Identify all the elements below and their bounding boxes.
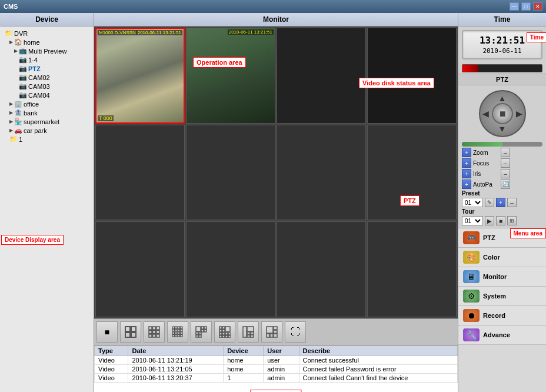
focus-minus-btn[interactable]: – — [501, 158, 510, 168]
tree-item-1[interactable]: 📁 1 — [7, 135, 91, 144]
tree-arrow-bank: ▶ — [9, 110, 13, 115]
maximize-button[interactable]: □ — [521, 2, 531, 11]
video-cell-6[interactable] — [186, 125, 275, 221]
svg-rect-3 — [131, 333, 136, 337]
iris-minus-btn[interactable]: – — [501, 169, 510, 178]
log-col-type: Type — [95, 346, 128, 356]
tree-icon-office: 🏢 — [14, 100, 22, 108]
zoom-minus-btn[interactable]: – — [501, 148, 510, 157]
video-cell-11[interactable] — [277, 221, 366, 317]
auto-icon-btn[interactable]: 🔄 — [501, 180, 510, 189]
tree-item-office[interactable]: ▶ 🏢 office — [7, 99, 91, 108]
time-value: 13:21:51 — [467, 35, 538, 46]
svg-rect-38 — [219, 327, 222, 329]
svg-rect-46 — [228, 333, 231, 335]
menu-item-record[interactable]: ⏺ Record — [458, 306, 546, 325]
close-button[interactable]: ✕ — [533, 2, 542, 11]
preset-add-btn[interactable]: + — [496, 198, 505, 207]
log-row2-user: admin — [264, 365, 299, 374]
svg-rect-16 — [181, 327, 183, 329]
preset-select[interactable]: 01 — [462, 198, 483, 207]
tree-item-supermarket[interactable]: ▶ 🏪 supermarket — [7, 117, 91, 126]
toolbar-16cell-btn[interactable] — [167, 321, 188, 343]
joystick-stop-btn[interactable]: ⏹ — [492, 103, 513, 124]
preset-del-btn[interactable]: – — [507, 198, 517, 207]
toolbar-custom4-btn[interactable] — [261, 321, 282, 343]
tree-item-carpark[interactable]: ▶ 🚗 car park — [7, 126, 91, 135]
video-cell-7[interactable] — [277, 125, 366, 221]
ptz-section-label: PTZ — [458, 74, 546, 85]
tree-item-cam03[interactable]: 📷 CAM03 — [16, 82, 91, 91]
joystick-outer[interactable]: ▲ ▼ ◀ ▶ ⏹ — [479, 90, 526, 137]
tree-icon-cam02: 📷 — [19, 74, 27, 81]
menu-item-monitor[interactable]: 🖥 Monitor — [458, 267, 546, 287]
toolbar-custom1-btn[interactable] — [191, 321, 212, 343]
preset-edit-btn[interactable]: ✎ — [485, 198, 494, 207]
tree-label-office: office — [24, 101, 39, 108]
tree-label-home: home — [24, 39, 40, 46]
svg-rect-1 — [131, 327, 136, 331]
video-cell-5[interactable] — [95, 125, 185, 221]
tree-icon-1-4: 📷 — [19, 56, 27, 64]
svg-rect-14 — [175, 327, 178, 329]
tour-stop-btn[interactable]: ■ — [496, 216, 505, 225]
svg-rect-41 — [219, 330, 222, 332]
svg-rect-22 — [175, 332, 178, 334]
tree-item-cam02[interactable]: 📷 CAM02 — [16, 73, 91, 82]
minimize-button[interactable]: — — [510, 2, 519, 11]
video-cell-1[interactable]: M1000 D-VNSSN 2010-06-11 13:21:51 T 000 — [95, 28, 185, 124]
ptz-auto-row: + AutoPa 🔄 — [462, 180, 542, 189]
tour-grid-btn[interactable]: ⊞ — [507, 216, 517, 225]
ptz-left-arrow[interactable]: ◀ — [482, 109, 489, 118]
toolbar-9cell-btn[interactable] — [144, 321, 165, 343]
ptz-speed-slider[interactable] — [462, 142, 542, 147]
iris-plus-btn[interactable]: + — [462, 169, 471, 178]
tour-select[interactable]: 01 — [462, 216, 483, 225]
video-cell-2[interactable]: 2010-06-11 13:21:51 — [186, 28, 275, 124]
tree-arrow-office: ▶ — [9, 101, 13, 107]
tree-icon-home: 🏠 — [14, 38, 22, 46]
toolbar-fullscreen-btn[interactable]: ⛶ — [285, 321, 306, 343]
svg-rect-58 — [274, 327, 277, 330]
video-cell-12[interactable] — [367, 221, 457, 317]
menu-item-color[interactable]: 🎨 Color — [458, 248, 546, 267]
menu-item-system[interactable]: ⚙ System — [458, 287, 546, 306]
tree-item-bank[interactable]: ▶ 🏦 bank — [7, 108, 91, 117]
tree-label-1: 1 — [19, 136, 22, 143]
operation-log-label: Operation Log — [250, 390, 301, 392]
log-row3-type: Video — [95, 374, 128, 383]
video-cell-9[interactable] — [95, 221, 185, 317]
toolbar-quad-btn[interactable] — [120, 321, 141, 343]
video-cell-3[interactable] — [277, 28, 366, 124]
ptz-up-arrow[interactable]: ▲ — [498, 94, 507, 103]
log-col-describe: Describe — [299, 346, 457, 356]
tree-item-dvr[interactable]: 📁 DVR — [2, 29, 91, 38]
tree-item-home[interactable]: ▶ 🏠 home — [7, 38, 91, 46]
operation-log-annotation-container: Operation Log — [250, 390, 301, 392]
video-grid: M1000 D-VNSSN 2010-06-11 13:21:51 T 000 … — [94, 26, 458, 318]
tour-play-btn[interactable]: ▶ — [485, 216, 494, 225]
menu-item-advance[interactable]: 🔧 Advance — [458, 325, 546, 345]
ptz-down-arrow[interactable]: ▼ — [498, 124, 507, 134]
auto-label: AutoPa — [473, 181, 499, 188]
toolbar-custom3-btn[interactable] — [238, 321, 259, 343]
svg-rect-51 — [243, 327, 247, 337]
tree-item-cam04[interactable]: 📷 CAM04 — [16, 91, 91, 99]
tree-item-multipreview[interactable]: ▶ 📺 Multi Preview — [12, 46, 91, 55]
focus-plus-btn[interactable]: + — [462, 158, 471, 168]
tree-item-ptz[interactable]: 📷 PTZ — [16, 64, 91, 73]
ptz-preset-row: 01 ✎ + – — [462, 198, 542, 207]
video-cell-4[interactable] — [367, 28, 457, 124]
auto-plus-btn[interactable]: + — [462, 180, 471, 189]
zoom-plus-btn[interactable]: + — [462, 148, 471, 157]
menu-item-ptz[interactable]: 🎮 PTZ — [458, 228, 546, 248]
iris-label: Iris — [473, 171, 499, 177]
app-title: CMS — [4, 3, 18, 10]
svg-rect-36 — [196, 335, 198, 337]
tree-item-1-4[interactable]: 📷 1-4 — [16, 55, 91, 64]
toolbar-custom2-btn[interactable] — [214, 321, 235, 343]
svg-rect-17 — [172, 330, 175, 332]
toolbar-single-btn[interactable]: ■ — [96, 321, 118, 343]
ptz-right-arrow[interactable]: ▶ — [516, 109, 522, 118]
video-cell-10[interactable] — [186, 221, 275, 317]
